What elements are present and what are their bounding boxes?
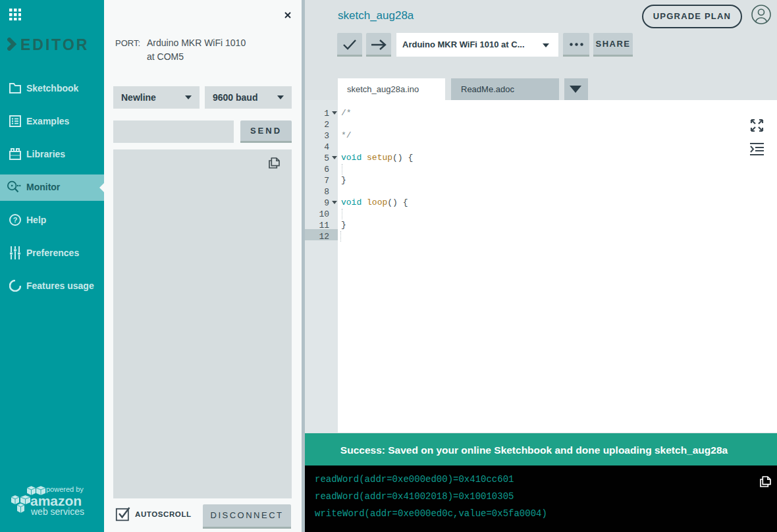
svg-text:web services: web services [30,506,84,516]
svg-text:?: ? [13,216,18,224]
svg-text:powered by: powered by [46,485,84,493]
